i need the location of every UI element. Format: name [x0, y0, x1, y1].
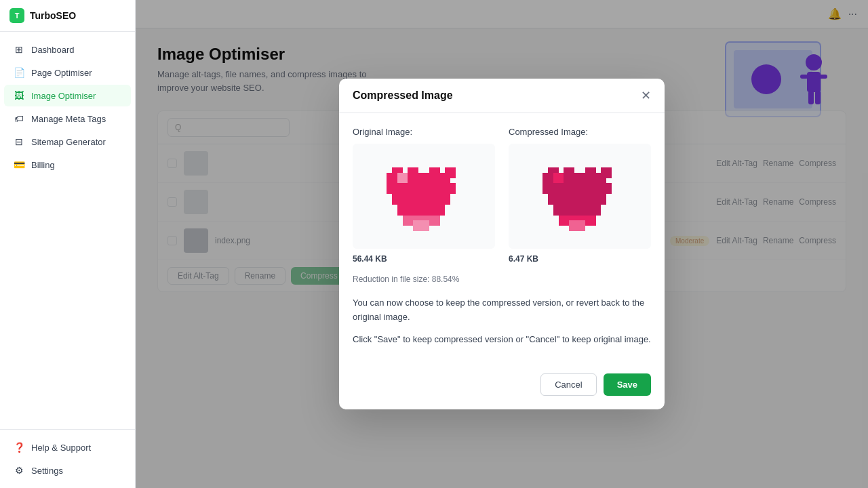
sidebar-item-label: Page Optimiser	[31, 68, 92, 78]
image-optimiser-icon: 🖼	[14, 90, 24, 101]
modal-header: Compressed Image ✕	[339, 79, 665, 113]
svg-rect-28	[580, 173, 606, 184]
cancel-button[interactable]: Cancel	[540, 373, 596, 396]
sidebar-item-label: Sitemap Generator	[31, 137, 106, 147]
modal-footer: Cancel Save	[339, 373, 665, 409]
sitemap-icon: ⊟	[14, 136, 24, 147]
original-image-col: Original Image:	[353, 127, 495, 264]
settings-icon: ⚙	[14, 465, 24, 476]
sidebar-item-manage-meta-tags[interactable]: 🏷 Manage Meta Tags	[4, 108, 131, 129]
sidebar-item-page-optimiser[interactable]: 📄 Page Optimiser	[4, 62, 131, 83]
sidebar-item-help-support[interactable]: ❓ Help & Support	[4, 436, 131, 458]
modal-overlay: Compressed Image ✕ Original Image:	[136, 0, 868, 488]
svg-rect-29	[542, 183, 612, 194]
svg-rect-30	[548, 194, 606, 205]
billing-icon: 💳	[14, 159, 24, 170]
svg-rect-31	[553, 205, 601, 216]
sidebar-item-settings[interactable]: ⚙ Settings	[4, 460, 131, 481]
original-image-preview	[353, 144, 495, 249]
sidebar: T TurboSEO ⊞ Dashboard 📄 Page Optimiser …	[0, 0, 136, 488]
original-image-label: Original Image:	[353, 127, 495, 137]
sidebar-item-billing[interactable]: 💳 Billing	[4, 154, 131, 176]
modal-body: Original Image:	[339, 113, 665, 373]
original-size: 56.44 KB	[353, 254, 495, 264]
logo-text: TurboSEO	[30, 10, 76, 21]
main-content: 🔔 ··· Image Optimiser Manage alt-tags, f…	[136, 0, 868, 488]
svg-rect-33	[569, 220, 585, 231]
help-icon: ❓	[14, 442, 24, 453]
dashboard-icon: ⊞	[14, 44, 24, 55]
modal-info: You can now choose to keep the compresse…	[353, 296, 651, 325]
sidebar-item-label: Billing	[31, 160, 55, 170]
sidebar-item-label: Settings	[31, 466, 63, 476]
page-optimiser-icon: 📄	[14, 67, 24, 78]
sidebar-item-label: Manage Meta Tags	[31, 114, 106, 124]
modal-hint: Click "Save" to keep compressed version …	[353, 333, 651, 346]
svg-rect-20	[413, 220, 429, 231]
svg-rect-17	[392, 194, 450, 205]
sidebar-item-sitemap-generator[interactable]: ⊟ Sitemap Generator	[4, 131, 131, 152]
sidebar-item-label: Help & Support	[31, 443, 91, 453]
svg-rect-21	[397, 173, 408, 184]
sidebar-nav: ⊞ Dashboard 📄 Page Optimiser 🖼 Image Opt…	[0, 32, 135, 429]
compressed-image-preview	[509, 144, 651, 249]
compressed-image-modal: Compressed Image ✕ Original Image:	[339, 79, 665, 409]
sidebar-item-dashboard[interactable]: ⊞ Dashboard	[4, 39, 131, 60]
sidebar-item-label: Image Optimiser	[31, 91, 96, 101]
modal-close-button[interactable]: ✕	[641, 89, 651, 102]
sidebar-item-image-optimiser[interactable]: 🖼 Image Optimiser	[4, 85, 131, 106]
meta-tags-icon: 🏷	[14, 113, 24, 124]
svg-rect-16	[387, 183, 456, 194]
sidebar-bottom: ❓ Help & Support ⚙ Settings	[0, 429, 135, 488]
save-button[interactable]: Save	[604, 373, 651, 396]
svg-rect-18	[397, 205, 446, 216]
svg-rect-15	[424, 173, 450, 184]
svg-rect-34	[553, 173, 564, 184]
image-comparison: Original Image:	[353, 127, 651, 264]
compressed-image-label: Compressed Image:	[509, 127, 651, 137]
compressed-image-col: Compressed Image:	[509, 127, 651, 264]
compressed-size: 6.47 KB	[509, 254, 651, 264]
sidebar-item-label: Dashboard	[31, 45, 75, 55]
app-logo: T TurboSEO	[0, 0, 135, 32]
reduction-text: Reduction in file size: 88.54%	[353, 274, 651, 284]
logo-icon: T	[9, 8, 24, 23]
modal-title: Compressed Image	[353, 89, 453, 102]
